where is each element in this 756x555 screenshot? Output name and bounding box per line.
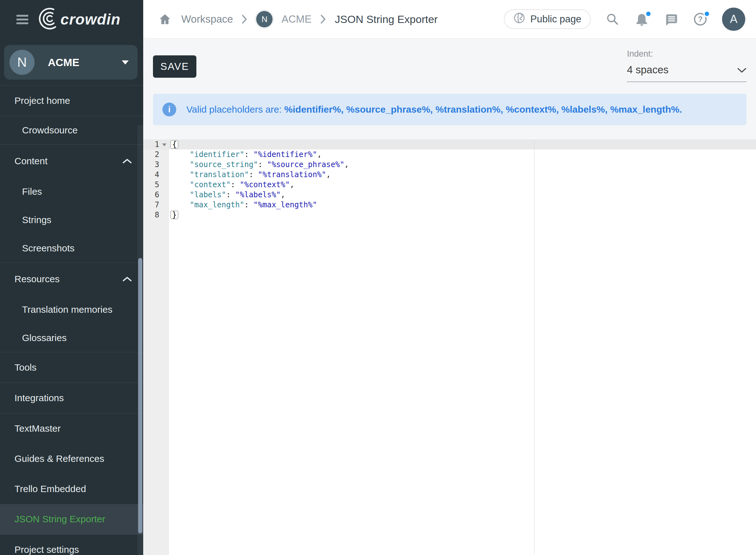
crowdin-logo-icon bbox=[38, 7, 57, 32]
code-line-8: 8} bbox=[143, 210, 756, 220]
chevron-right-icon bbox=[242, 14, 247, 24]
indent-select[interactable]: 4 spaces bbox=[627, 64, 747, 82]
code-line-5: 5 "context": "%context%", bbox=[143, 180, 756, 190]
code-lines: 1{2 "identifier": "%identifier%",3 "sour… bbox=[143, 139, 756, 220]
code-line-2: 2 "identifier": "%identifier%", bbox=[143, 150, 756, 160]
line-number: 1 bbox=[143, 139, 169, 150]
chevron-right-icon bbox=[321, 14, 326, 24]
indent-value: 4 spaces bbox=[627, 64, 669, 76]
user-avatar[interactable]: A bbox=[722, 7, 745, 31]
code-text: { bbox=[169, 139, 178, 150]
info-banner: i Valid placeholders are: %identifier%, … bbox=[153, 94, 747, 125]
sidebar-item-label: Screenshots bbox=[22, 243, 75, 254]
public-page-label: Public page bbox=[530, 13, 581, 25]
line-number: 7 bbox=[143, 200, 169, 210]
sidebar-item-label: JSON String Exporter bbox=[14, 514, 105, 524]
sidebar-item-project-home[interactable]: Project home bbox=[0, 86, 143, 116]
code-line-4: 4 "translation": "%translation%", bbox=[143, 170, 756, 180]
sidebar-item-strings[interactable]: Strings bbox=[0, 206, 143, 234]
sidebar-item-crowdsource[interactable]: Crowdsource bbox=[0, 116, 143, 144]
sidebar-item-label: TextMaster bbox=[14, 423, 61, 434]
breadcrumb-workspace[interactable]: Workspace bbox=[181, 13, 233, 25]
sidebar-item-glossaries[interactable]: Glossaries bbox=[0, 324, 143, 352]
sidebar-item-json-string-exporter[interactable]: JSON String Exporter bbox=[0, 504, 143, 534]
sidebar-item-project-settings[interactable]: Project settings bbox=[0, 535, 143, 555]
crowdin-logo-text: crowdin bbox=[60, 11, 121, 28]
sidebar-scrollbar-thumb[interactable] bbox=[138, 258, 142, 533]
code-line-3: 3 "source_string": "%source_phrase%", bbox=[143, 160, 756, 170]
home-icon[interactable] bbox=[157, 12, 172, 27]
save-button[interactable]: SAVE bbox=[153, 55, 197, 78]
line-number: 3 bbox=[143, 160, 169, 170]
sidebar-item-trello-embedded[interactable]: Trello Embedded bbox=[0, 474, 143, 504]
sidebar-item-label: Integrations bbox=[14, 393, 64, 403]
sidebar-item-label: Resources bbox=[14, 274, 59, 285]
indent-control: Indent: 4 spaces bbox=[627, 49, 747, 82]
sidebar-item-tools[interactable]: Tools bbox=[0, 352, 143, 383]
sidebar-item-resources[interactable]: Resources bbox=[0, 263, 143, 295]
code-text: "source_string": "%source_phrase%", bbox=[169, 160, 349, 170]
chevron-up-icon bbox=[122, 158, 132, 164]
help-badge bbox=[704, 10, 710, 17]
code-line-7: 7 "max_length": "%max_length%" bbox=[143, 200, 756, 210]
notification-badge bbox=[645, 10, 652, 17]
project-selector[interactable]: N ACME bbox=[4, 45, 137, 80]
indent-label: Indent: bbox=[627, 49, 747, 59]
sidebar-item-label: Crowdsource bbox=[22, 125, 78, 136]
sidebar-item-label: Strings bbox=[22, 215, 51, 225]
line-number: 4 bbox=[143, 170, 169, 180]
sidebar-item-translation-memories[interactable]: Translation memories bbox=[0, 295, 143, 324]
code-text: } bbox=[169, 210, 178, 220]
info-banner-text: Valid placeholders are: %identifier%, %s… bbox=[186, 104, 682, 115]
sidebar-item-label: Project settings bbox=[14, 544, 79, 555]
sidebar: crowdin N ACME Project homeCrowdsourceCo… bbox=[0, 0, 143, 555]
svg-text:?: ? bbox=[698, 15, 703, 23]
sidebar-item-screenshots[interactable]: Screenshots bbox=[0, 234, 143, 262]
code-text: "labels": "%labels%", bbox=[169, 190, 285, 200]
breadcrumb-project[interactable]: ACME bbox=[281, 13, 311, 25]
code-text: "context": "%context%", bbox=[169, 180, 294, 190]
sidebar-item-integrations[interactable]: Integrations bbox=[0, 383, 143, 413]
sidebar-item-files[interactable]: Files bbox=[0, 177, 143, 206]
line-number: 6 bbox=[143, 190, 169, 200]
topbar-actions: Public page bbox=[504, 7, 756, 31]
project-name: ACME bbox=[48, 56, 122, 69]
sidebar-item-content[interactable]: Content bbox=[0, 145, 143, 177]
code-text: "translation": "%translation%", bbox=[169, 170, 331, 180]
chevron-down-icon bbox=[737, 64, 747, 76]
sidebar-item-label: Trello Embedded bbox=[14, 483, 86, 494]
logo-row: crowdin bbox=[0, 0, 143, 39]
fold-arrow-icon[interactable] bbox=[162, 143, 167, 146]
sidebar-item-textmaster[interactable]: TextMaster bbox=[0, 414, 143, 443]
line-number: 5 bbox=[143, 180, 169, 190]
code-text: "max_length": "%max_length%" bbox=[169, 200, 317, 210]
breadcrumb-project-avatar[interactable]: N bbox=[256, 11, 272, 27]
sidebar-item-label: Glossaries bbox=[22, 333, 67, 343]
line-number: 8 bbox=[143, 210, 169, 220]
info-icon: i bbox=[162, 102, 176, 117]
globe-icon bbox=[513, 12, 525, 27]
code-text: "identifier": "%identifier%", bbox=[169, 150, 322, 160]
search-icon[interactable] bbox=[605, 12, 620, 27]
sidebar-item-guides-references[interactable]: Guides & References bbox=[0, 443, 143, 474]
sidebar-item-label: Files bbox=[22, 186, 42, 197]
sidebar-item-label: Project home bbox=[14, 95, 70, 106]
sidebar-item-label: Translation memories bbox=[22, 304, 112, 315]
sidebar-nav: Project homeCrowdsourceContentFilesStrin… bbox=[0, 85, 143, 555]
column-ruler bbox=[534, 139, 535, 555]
sidebar-item-label: Content bbox=[14, 156, 47, 166]
code-editor[interactable]: 1{2 "identifier": "%identifier%",3 "sour… bbox=[143, 139, 756, 555]
chevron-up-icon bbox=[122, 276, 132, 282]
project-avatar: N bbox=[9, 50, 35, 75]
messages-icon[interactable] bbox=[664, 12, 679, 27]
chevron-down-icon bbox=[122, 60, 129, 65]
crowdin-logo[interactable]: crowdin bbox=[38, 7, 121, 32]
help-icon[interactable]: ? bbox=[693, 12, 708, 27]
notifications-bell-icon[interactable] bbox=[634, 12, 649, 27]
page-title: JSON String Exporter bbox=[335, 13, 438, 26]
sidebar-item-label: Guides & References bbox=[14, 454, 104, 464]
menu-icon[interactable] bbox=[16, 15, 28, 24]
top-bar: Workspace N ACME JSON String Exporter Pu… bbox=[143, 0, 756, 39]
public-page-button[interactable]: Public page bbox=[504, 9, 591, 29]
breadcrumb: Workspace N ACME JSON String Exporter bbox=[143, 11, 438, 27]
